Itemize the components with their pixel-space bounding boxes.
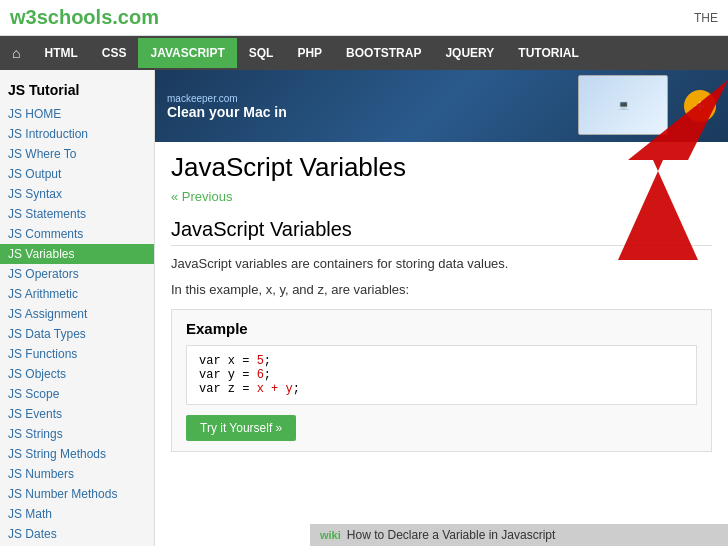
sidebar-item-js-output[interactable]: JS Output: [0, 164, 154, 184]
logo: w3schools.com: [10, 6, 159, 29]
code-line-1: var x = 5;: [199, 354, 684, 368]
description-2: In this example, x, y, and z, are variab…: [171, 280, 712, 300]
sidebar: JS Tutorial JS HOME JS Introduction JS W…: [0, 70, 155, 546]
sidebar-item-js-operators[interactable]: JS Operators: [0, 264, 154, 284]
nav-html[interactable]: HTML: [32, 38, 89, 68]
sidebar-item-js-number-methods[interactable]: JS Number Methods: [0, 484, 154, 504]
page-title: JavaScript Variables: [171, 152, 712, 183]
semi-2: ;: [264, 368, 271, 382]
wiki-footer-text: How to Declare a Variable in Javascript: [347, 528, 556, 542]
sidebar-title: JS Tutorial: [0, 78, 154, 104]
nav-css[interactable]: CSS: [90, 38, 139, 68]
nav-sql[interactable]: SQL: [237, 38, 286, 68]
example-label: Example: [186, 320, 697, 337]
sidebar-item-js-string-methods[interactable]: JS String Methods: [0, 444, 154, 464]
previous-link[interactable]: « Previous: [171, 189, 712, 204]
description-1: JavaScript variables are containers for …: [171, 254, 712, 274]
sidebar-item-js-variables[interactable]: JS Variables: [0, 244, 154, 264]
nav-javascript[interactable]: JAVASCRIPT: [138, 38, 236, 68]
code-line-2: var y = 6;: [199, 368, 684, 382]
sidebar-item-js-math[interactable]: JS Math: [0, 504, 154, 524]
val-2: 6: [257, 368, 264, 382]
sidebar-item-js-dates[interactable]: JS Dates: [0, 524, 154, 544]
semi-3: ;: [293, 382, 300, 396]
keyword-2: var: [199, 368, 221, 382]
varname-2: y: [221, 368, 235, 382]
main-layout: JS Tutorial JS HOME JS Introduction JS W…: [0, 70, 728, 546]
try-it-yourself-button[interactable]: Try it Yourself »: [186, 415, 296, 441]
op-2: =: [235, 368, 257, 382]
sidebar-item-js-events[interactable]: JS Events: [0, 404, 154, 424]
wiki-logo: wiki: [320, 529, 341, 541]
ad-source: mackeeper.com: [167, 93, 287, 104]
varname-1: x: [221, 354, 235, 368]
ad-image: 💻: [578, 75, 668, 135]
nav-tutorial[interactable]: TUTORIAL: [506, 38, 590, 68]
sidebar-item-js-strings[interactable]: JS Strings: [0, 424, 154, 444]
sidebar-item-js-numbers[interactable]: JS Numbers: [0, 464, 154, 484]
op-1: =: [235, 354, 257, 368]
content-body: JavaScript Variables « Previous JavaScri…: [155, 142, 728, 462]
code-block: var x = 5; var y = 6; var z = x + y;: [186, 345, 697, 405]
sidebar-item-js-comments[interactable]: JS Comments: [0, 224, 154, 244]
sidebar-item-js-objects[interactable]: JS Objects: [0, 364, 154, 384]
ad-banner: mackeeper.com Clean your Mac in 💻 +: [155, 70, 728, 142]
home-nav-item[interactable]: ⌂: [0, 37, 32, 69]
logo-com: com: [118, 6, 159, 28]
sidebar-item-js-data-types[interactable]: JS Data Types: [0, 324, 154, 344]
sidebar-item-js-arithmetic[interactable]: JS Arithmetic: [0, 284, 154, 304]
example-box: Example var x = 5; var y = 6; var z = x …: [171, 309, 712, 452]
val-3: x + y: [257, 382, 293, 396]
nav-jquery[interactable]: JQUERY: [433, 38, 506, 68]
nav-php[interactable]: PHP: [285, 38, 334, 68]
keyword-3: var: [199, 382, 221, 396]
sidebar-item-js-assignment[interactable]: JS Assignment: [0, 304, 154, 324]
ad-plus-button[interactable]: +: [684, 90, 716, 122]
logo-text: w3schools: [10, 6, 112, 28]
section-title: JavaScript Variables: [171, 218, 712, 246]
sidebar-item-js-introduction[interactable]: JS Introduction: [0, 124, 154, 144]
sidebar-item-js-statements[interactable]: JS Statements: [0, 204, 154, 224]
sidebar-item-js-functions[interactable]: JS Functions: [0, 344, 154, 364]
op-3: =: [235, 382, 257, 396]
code-line-3: var z = x + y;: [199, 382, 684, 396]
navbar: ⌂ HTML CSS JAVASCRIPT SQL PHP BOOTSTRAP …: [0, 36, 728, 70]
val-1: 5: [257, 354, 264, 368]
header: w3schools.com THE: [0, 0, 728, 36]
sidebar-item-js-where-to[interactable]: JS Where To: [0, 144, 154, 164]
ad-headline: Clean your Mac in: [167, 104, 287, 120]
sidebar-item-js-scope[interactable]: JS Scope: [0, 384, 154, 404]
keyword-1: var: [199, 354, 221, 368]
varname-3: z: [221, 382, 235, 396]
header-right-text: THE: [694, 11, 718, 25]
semi-1: ;: [264, 354, 271, 368]
wiki-footer: wiki How to Declare a Variable in Javasc…: [310, 524, 728, 546]
content-area: mackeeper.com Clean your Mac in 💻 + Java…: [155, 70, 728, 546]
nav-bootstrap[interactable]: BOOTSTRAP: [334, 38, 433, 68]
sidebar-item-js-home[interactable]: JS HOME: [0, 104, 154, 124]
sidebar-item-js-syntax[interactable]: JS Syntax: [0, 184, 154, 204]
